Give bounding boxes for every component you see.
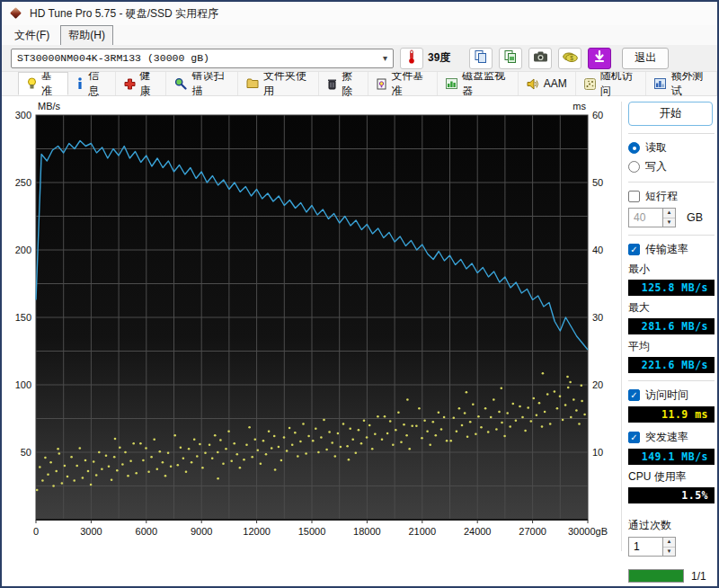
capacity-input[interactable]: [628, 208, 662, 227]
svg-text:10: 10: [592, 447, 603, 458]
copy-button[interactable]: [469, 48, 493, 69]
toolbar: ST30000NM004K-3RM133 (30000 gB) ▾ 39度 $ …: [2, 45, 717, 72]
svg-text:50: 50: [21, 447, 31, 458]
temperature-button[interactable]: [400, 48, 423, 69]
tab-error-scan[interactable]: 错误扫描: [166, 72, 238, 95]
copy-image-button[interactable]: [499, 48, 522, 69]
tab-info[interactable]: 信息: [68, 72, 115, 95]
tab-folder-usage[interactable]: 文件夹使用: [238, 72, 319, 95]
window-title: HD Tune Pro 5.75 - 硬盘/SSD 实用程序: [30, 6, 218, 22]
tab-random-access[interactable]: 随机访问: [576, 72, 647, 95]
chevron-down-icon: ▾: [383, 53, 387, 63]
tab-label: 信息: [88, 68, 106, 99]
divider: [628, 235, 715, 236]
tab-extra-tests[interactable]: 额外测试: [646, 72, 717, 95]
write-radio-row[interactable]: 写入: [628, 159, 715, 174]
start-button[interactable]: 开始: [628, 102, 713, 126]
tab-erase[interactable]: 擦除: [319, 72, 368, 95]
burst-rate-checkbox[interactable]: ✓: [628, 432, 640, 443]
svg-text:27000: 27000: [519, 526, 546, 537]
svg-text:12000: 12000: [243, 526, 271, 537]
panel-divider: [621, 102, 622, 551]
stepper-down-icon[interactable]: ▼: [663, 218, 675, 227]
write-radio[interactable]: [628, 161, 640, 173]
trash-icon: [327, 78, 337, 90]
tab-label: AAM: [544, 77, 567, 90]
divider: [628, 133, 715, 134]
disk-monitor-icon: [446, 78, 457, 89]
divider: [628, 380, 715, 381]
svg-text:15000: 15000: [298, 526, 326, 537]
folder-icon: [246, 78, 259, 89]
max-value: 281.6 MB/s: [628, 318, 715, 334]
update-button[interactable]: [588, 48, 611, 69]
transfer-rate-checkbox[interactable]: ✓: [628, 244, 640, 255]
tab-disk-monitor[interactable]: 磁盘监视器: [438, 72, 518, 95]
cpu-usage-label: CPU 使用率: [628, 469, 715, 485]
screenshot-button[interactable]: [528, 48, 552, 69]
svg-text:6000: 6000: [136, 526, 157, 537]
buy-button[interactable]: $: [558, 48, 581, 69]
access-time-label: 访问时间: [645, 388, 688, 403]
svg-text:150: 150: [15, 312, 31, 323]
svg-text:MB/s: MB/s: [38, 101, 61, 111]
access-time-row[interactable]: ✓ 访问时间: [628, 388, 715, 403]
access-time-checkbox[interactable]: ✓: [628, 389, 640, 401]
read-radio-row[interactable]: 读取: [628, 140, 715, 156]
progress-fill: [629, 570, 683, 582]
min-label: 最小: [628, 262, 715, 277]
stepper-up-icon[interactable]: ▲: [663, 538, 675, 548]
copy-image-icon: [503, 49, 518, 67]
extra-tests-icon: [654, 78, 666, 89]
short-stroke-checkbox[interactable]: [628, 191, 640, 202]
svg-text:250: 250: [15, 177, 31, 188]
exit-button[interactable]: 退出: [622, 48, 669, 69]
stepper-up-icon[interactable]: ▲: [663, 209, 675, 218]
info-icon: [76, 77, 84, 90]
tab-label: 基准: [41, 68, 59, 99]
capacity-unit: GB: [687, 211, 703, 224]
read-radio[interactable]: [628, 142, 640, 154]
tab-label: 健康: [140, 68, 158, 99]
transfer-rate-row[interactable]: ✓ 传输速率: [628, 242, 715, 257]
drive-select[interactable]: ST30000NM004K-3RM133 (30000 gB) ▾: [11, 49, 394, 68]
tab-health[interactable]: 健康: [116, 72, 167, 95]
copy-icon: [474, 49, 488, 67]
benchmark-chart: MB/sms3002502001501005060504030201003000…: [2, 98, 622, 556]
health-cross-icon: [124, 78, 136, 90]
tab-label: 额外测试: [670, 68, 708, 99]
pass-count-input[interactable]: [628, 537, 662, 557]
menu-bar: 文件(F) 帮助(H): [2, 25, 717, 45]
svg-text:300: 300: [15, 110, 31, 120]
avg-value: 221.6 MB/s: [628, 357, 715, 373]
svg-text:100: 100: [15, 379, 31, 390]
burst-rate-label: 突发速率: [645, 430, 688, 445]
tab-label: 随机访问: [600, 68, 638, 99]
short-stroke-row[interactable]: 短行程: [628, 189, 715, 204]
tab-label: 文件基准: [391, 68, 429, 99]
control-panel: 开始 读取 写入 短行程 ▲▼ GB ✓: [628, 102, 715, 583]
menu-help[interactable]: 帮助(H): [60, 25, 113, 46]
svg-text:30: 30: [592, 312, 603, 323]
svg-text:20: 20: [592, 379, 603, 390]
progress-bar: [628, 569, 684, 583]
random-access-icon: [584, 78, 596, 90]
tab-aam[interactable]: AAM: [519, 72, 576, 95]
download-icon: [593, 50, 606, 67]
capacity-stepper[interactable]: ▲▼: [662, 208, 676, 227]
bulb-icon: [27, 77, 37, 90]
transfer-rate-label: 传输速率: [645, 242, 688, 257]
tab-file-benchmark[interactable]: 文件基准: [368, 72, 438, 95]
stepper-down-icon[interactable]: ▼: [663, 548, 675, 557]
chart-canvas: MB/sms3002502001501005060504030201003000…: [2, 98, 622, 552]
title-bar: HD Tune Pro 5.75 - 硬盘/SSD 实用程序: [2, 2, 717, 25]
pass-count-row: ▲▼: [628, 537, 715, 557]
menu-file[interactable]: 文件(F): [7, 26, 57, 45]
svg-text:30000gB: 30000gB: [568, 526, 608, 537]
burst-rate-row[interactable]: ✓ 突发速率: [628, 430, 715, 445]
read-label: 读取: [645, 140, 667, 156]
tab-benchmark[interactable]: 基准: [18, 72, 68, 95]
main-area: MB/sms3002502001501005060504030201003000…: [2, 96, 717, 588]
pass-count-stepper[interactable]: ▲▼: [662, 537, 676, 557]
svg-text:ms: ms: [573, 101, 586, 111]
